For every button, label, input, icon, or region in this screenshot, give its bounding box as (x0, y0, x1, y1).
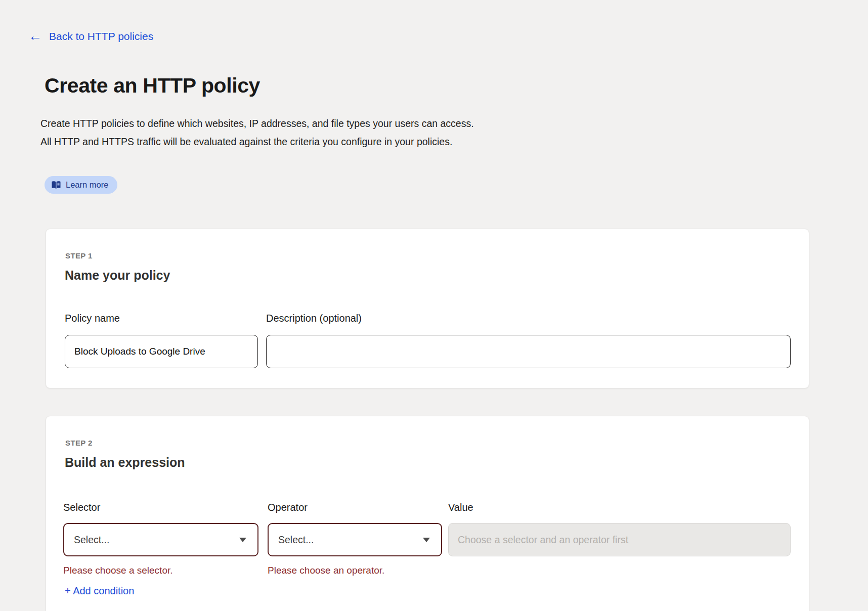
step2-card: STEP 2 Build an expression Selector Sele… (46, 416, 809, 611)
step1-card: STEP 1 Name your policy Policy name Desc… (46, 229, 809, 388)
value-input[interactable] (448, 523, 791, 556)
page-title: Create an HTTP policy (45, 74, 260, 98)
policy-name-label: Policy name (65, 313, 120, 324)
selector-value: Select... (74, 534, 109, 546)
back-arrow-icon: ← (28, 29, 42, 43)
selector-label: Selector (63, 502, 100, 513)
book-icon (51, 181, 61, 190)
page-description-line: Create HTTP policies to define which web… (40, 114, 474, 133)
page-description-line: All HTTP and HTTPS traffic will be evalu… (40, 133, 474, 151)
selector-error: Please choose a selector. (63, 565, 173, 576)
operator-value: Select... (278, 534, 314, 546)
back-link[interactable]: ← Back to HTTP policies (28, 29, 153, 43)
operator-error: Please choose an operator. (268, 565, 384, 576)
step1-title: Name your policy (65, 268, 170, 283)
page-description: Create HTTP policies to define which web… (40, 114, 474, 151)
learn-more-label: Learn more (66, 180, 108, 190)
step1-eyebrow: STEP 1 (65, 251, 93, 260)
selector-dropdown[interactable]: Select... (63, 523, 258, 556)
value-label: Value (448, 502, 473, 513)
add-condition-link[interactable]: + Add condition (65, 585, 134, 597)
operator-dropdown[interactable]: Select... (268, 523, 442, 556)
chevron-down-icon (423, 538, 430, 542)
back-link-label: Back to HTTP policies (49, 30, 153, 42)
policy-name-input[interactable] (65, 335, 258, 368)
step2-title: Build an expression (65, 455, 185, 470)
operator-label: Operator (268, 502, 308, 513)
chevron-down-icon (239, 538, 246, 542)
description-input[interactable] (266, 335, 791, 368)
step2-eyebrow: STEP 2 (65, 439, 93, 447)
description-label: Description (optional) (266, 313, 362, 324)
learn-more-button[interactable]: Learn more (45, 176, 117, 194)
